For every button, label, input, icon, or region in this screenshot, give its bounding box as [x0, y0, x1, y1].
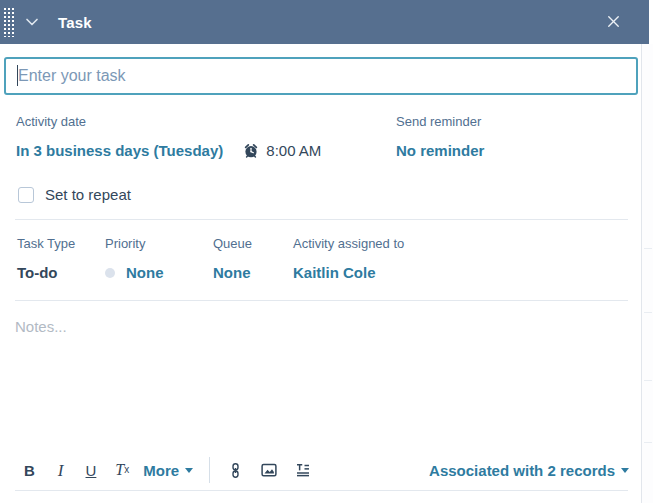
reminder-select[interactable]: No reminder [396, 142, 484, 159]
notes-editor[interactable]: Notes... [15, 318, 625, 443]
queue-select[interactable]: None [213, 264, 251, 281]
close-icon[interactable] [604, 12, 623, 31]
task-panel: Task Activity date In 3 business days (T… [0, 0, 653, 503]
activity-date-select[interactable]: In 3 business days (Tuesday) [16, 142, 223, 159]
task-type-column: Task Type To-do [17, 236, 105, 281]
insert-link-icon[interactable] [224, 460, 247, 481]
page-edge-line [644, 312, 652, 313]
page-edge-line [644, 442, 652, 443]
activity-date-column: Activity date In 3 business days (Tuesda… [16, 114, 396, 159]
bold-button[interactable]: B [24, 463, 35, 478]
editor-toolbar: B I U Tx More [0, 452, 641, 488]
page-edge-line [644, 248, 652, 249]
set-to-repeat-row[interactable]: Set to repeat [18, 186, 131, 203]
queue-label: Queue [213, 236, 293, 251]
queue-column: Queue None [213, 236, 293, 281]
assigned-label: Activity assigned to [293, 236, 404, 251]
details-row: Task Type To-do Priority None Queue None… [17, 236, 404, 281]
task-type-select[interactable]: To-do [17, 264, 58, 281]
collapse-chevron-down-icon[interactable] [22, 12, 42, 32]
more-label: More [143, 463, 179, 478]
divider [15, 219, 628, 220]
activity-date-label: Activity date [16, 114, 396, 129]
toolbar-separator [209, 457, 210, 483]
associated-records-label: Associated with 2 records [429, 462, 615, 479]
caret-down-icon [621, 468, 629, 473]
activity-time-select[interactable]: 8:00 AM [266, 142, 321, 159]
underline-button[interactable]: U [86, 463, 97, 478]
task-title-input[interactable] [4, 57, 638, 95]
insert-snippet-icon[interactable] [291, 459, 315, 481]
text-cursor [17, 65, 18, 86]
more-formatting-button[interactable]: More [143, 463, 193, 478]
task-title-field [4, 57, 638, 95]
divider [15, 490, 628, 491]
associated-records-button[interactable]: Associated with 2 records [429, 462, 629, 479]
repeat-checkbox[interactable] [18, 187, 34, 203]
activity-row: Activity date In 3 business days (Tuesda… [16, 114, 639, 159]
priority-label: Priority [105, 236, 213, 251]
priority-select[interactable]: None [126, 264, 164, 281]
italic-button[interactable]: I [58, 462, 64, 479]
send-reminder-label: Send reminder [396, 114, 484, 129]
priority-column: Priority None [105, 236, 213, 281]
divider [15, 300, 628, 301]
assigned-column: Activity assigned to Kaitlin Cole [293, 236, 404, 281]
repeat-label: Set to repeat [45, 186, 131, 203]
panel-title: Task [58, 14, 92, 31]
panel-header: Task [0, 0, 649, 44]
send-reminder-column: Send reminder No reminder [396, 114, 484, 159]
caret-down-icon [185, 468, 193, 473]
clear-formatting-t: T [115, 462, 124, 478]
alarm-clock-icon [243, 143, 259, 159]
page-edge-line [644, 380, 652, 381]
insert-image-icon[interactable] [257, 459, 281, 481]
priority-dot-icon [105, 268, 115, 278]
assigned-select[interactable]: Kaitlin Cole [293, 264, 376, 281]
page-edge [641, 44, 653, 503]
task-type-label: Task Type [17, 236, 105, 251]
clear-formatting-button[interactable]: Tx [115, 462, 129, 478]
clear-formatting-x: x [124, 465, 129, 475]
drag-handle-icon[interactable] [3, 7, 14, 37]
